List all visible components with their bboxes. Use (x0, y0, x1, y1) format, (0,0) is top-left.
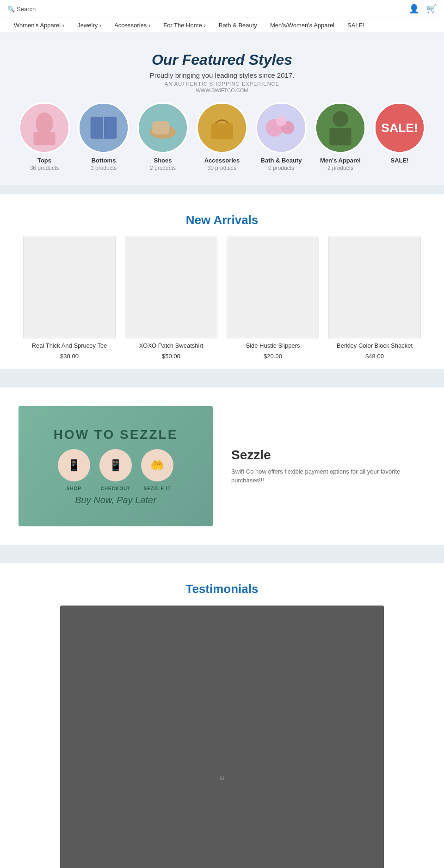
section-divider-2 (0, 369, 444, 387)
product-card-2[interactable]: XOXO Patch Sweatshirt $50.00 (125, 237, 217, 360)
testimonials-section: Testimonials “ (0, 563, 444, 868)
testimonials-title: Testimonials (9, 582, 435, 596)
category-circle-accessories (197, 102, 247, 153)
new-arrivals-title: New Arrivals (9, 213, 435, 227)
category-circle-bath (256, 102, 307, 153)
account-icon[interactable]: 👤 (409, 4, 419, 14)
nav-item-womens[interactable]: Women's Apparel › (7, 18, 71, 32)
category-sale[interactable]: SALE! SALE! (374, 102, 425, 171)
svg-rect-10 (211, 124, 233, 139)
product-price-3: $20.00 (264, 353, 282, 360)
category-name-sale: SALE! (391, 157, 409, 164)
product-card-3[interactable]: Side Hustle Slippers $20.00 (227, 237, 319, 360)
nav-item-sale[interactable]: SALE! (341, 18, 371, 32)
product-image-2 (125, 237, 217, 338)
svg-point-14 (276, 116, 287, 126)
category-count-bath: 0 products (268, 165, 294, 171)
category-circle-mens (315, 102, 366, 153)
search-label: Search (17, 6, 36, 12)
product-image-4 (328, 237, 421, 338)
category-mens[interactable]: Men's Apparel 2 products (315, 102, 366, 171)
nav-item-home[interactable]: For The Home › (157, 18, 212, 32)
category-bottoms[interactable]: Bottoms 3 products (78, 102, 129, 171)
category-name-bottoms: Bottoms (92, 157, 116, 164)
sezzle-step-shop: 📱 (58, 449, 90, 481)
categories-row: Tops 36 products Bottoms 3 products (9, 102, 435, 171)
sezzle-title: Sezzle (231, 448, 426, 462)
category-count-tops: 36 products (30, 165, 59, 171)
category-circle-sale: SALE! (374, 102, 425, 153)
category-circle-bottoms (78, 102, 129, 153)
new-arrivals-section: New Arrivals Real Thick And Sprucey Tee … (0, 194, 444, 369)
section-divider-3 (0, 545, 444, 563)
category-count-shoes: 2 products (150, 165, 176, 171)
nav-item-bath[interactable]: Bath & Beauty (212, 18, 264, 32)
section-divider-1 (0, 185, 444, 194)
nav-item-accessories[interactable]: Accessories › (108, 18, 157, 32)
sezzle-tagline: Buy Now, Pay Later (75, 495, 156, 506)
category-count-accessories: 30 products (208, 165, 237, 171)
sezzle-label-sezzle: SEZZLE IT (141, 486, 173, 491)
sezzle-circles-row: 📱 📱 🤲 (58, 449, 173, 481)
sezzle-section: HOW TO SEZZLE 📱 📱 🤲 SHOP CHECKOUT SEZZLE… (0, 387, 444, 545)
category-name-mens: Men's Apparel (320, 157, 361, 164)
product-name-1: Real Thick And Sprucey Tee (32, 342, 107, 349)
svg-text:SALE!: SALE! (381, 121, 418, 135)
category-count-mens: 2 products (327, 165, 353, 171)
category-name-accessories: Accessories (204, 157, 240, 164)
sezzle-step-sezzle: 🤲 (141, 449, 173, 481)
hero-section: Our Featured Styles Proudly bringing you… (0, 33, 444, 185)
product-name-2: XOXO Patch Sweatshirt (139, 342, 204, 349)
category-circle-tops (19, 102, 70, 153)
sezzle-labels: SHOP CHECKOUT SEZZLE IT (58, 486, 173, 491)
sezzle-label-checkout: CHECKOUT (99, 486, 132, 491)
hero-url: WWW.SWIFTCO.COM (9, 87, 435, 93)
hero-tagline: AN AUTHENTIC SHOPPING EXPERIENCE (9, 81, 435, 87)
product-price-2: $50.00 (162, 353, 180, 360)
top-nav: 🔍 Search 👤 🛒 (0, 0, 444, 18)
product-card-4[interactable]: Berkley Color Block Shacket $48.00 (328, 237, 421, 360)
category-count-bottoms: 3 products (91, 165, 117, 171)
product-name-4: Berkley Color Block Shacket (337, 342, 413, 349)
product-name-3: Side Hustle Slippers (246, 342, 300, 349)
category-name-shoes: Shoes (154, 157, 172, 164)
nav-item-jewelry[interactable]: Jewelry › (71, 18, 108, 32)
svg-point-16 (333, 111, 348, 127)
quote-icon: “ (220, 773, 225, 790)
category-accessories[interactable]: Accessories 30 products (197, 102, 247, 171)
category-circle-shoes (137, 102, 188, 153)
sezzle-step-checkout: 📱 (99, 449, 132, 481)
nav-item-mens[interactable]: Men's/Women's Apparel (264, 18, 341, 32)
category-name-tops: Tops (37, 157, 51, 164)
category-tops[interactable]: Tops 36 products (19, 102, 70, 171)
main-nav: Women's Apparel › Jewelry › Accessories … (0, 18, 444, 33)
category-bath[interactable]: Bath & Beauty 0 products (256, 102, 307, 171)
hero-subtitle: Proudly bringing you leading styles sinc… (9, 71, 435, 79)
sezzle-description: Swift Co now offers flexible payment opt… (231, 467, 426, 485)
cart-icon[interactable]: 🛒 (426, 4, 437, 14)
product-image-1 (23, 237, 116, 338)
svg-rect-17 (329, 128, 351, 145)
sezzle-image: HOW TO SEZZLE 📱 📱 🤲 SHOP CHECKOUT SEZZLE… (18, 406, 213, 526)
category-shoes[interactable]: Shoes 2 products (137, 102, 188, 171)
product-price-1: $30.00 (60, 353, 79, 360)
sezzle-label-shop: SHOP (58, 486, 90, 491)
search-area[interactable]: 🔍 Search (7, 6, 36, 12)
hero-title: Our Featured Styles (9, 51, 435, 69)
category-name-bath: Bath & Beauty (261, 157, 302, 164)
svg-point-1 (36, 112, 53, 134)
product-image-3 (227, 237, 319, 338)
sezzle-content: Sezzle Swift Co now offers flexible paym… (231, 448, 426, 485)
product-card-1[interactable]: Real Thick And Sprucey Tee $30.00 (23, 237, 116, 360)
nav-icons: 👤 🛒 (409, 4, 437, 14)
testimonials-box: “ (60, 606, 384, 868)
svg-rect-2 (33, 132, 55, 145)
products-row: Real Thick And Sprucey Tee $30.00 XOXO P… (9, 237, 435, 360)
sezzle-how-title: HOW TO SEZZLE (54, 427, 178, 442)
search-icon: 🔍 (7, 6, 15, 12)
svg-rect-8 (152, 121, 169, 134)
product-price-4: $48.00 (365, 353, 384, 360)
